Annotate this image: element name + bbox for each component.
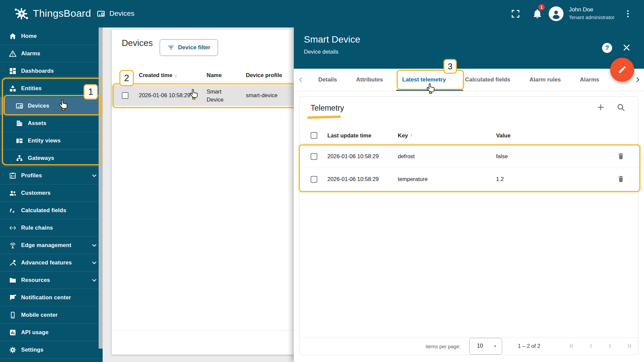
add-telemetry-icon[interactable] — [596, 102, 606, 112]
items-per-page-label: Items per page: — [426, 344, 461, 349]
devices-list-card: Devices Device filter Created time↓ Name… — [112, 29, 300, 355]
sidebar-item-entity-views[interactable]: Entity views — [0, 132, 103, 149]
gateways-icon — [15, 154, 23, 162]
device-filter-button[interactable]: Device filter — [160, 39, 218, 56]
thingsboard-logo-icon — [13, 6, 30, 22]
page-size-value: 10 — [477, 343, 483, 349]
sidebar-item-label: Resources — [21, 277, 50, 283]
api-icon — [9, 328, 17, 337]
page-size-select[interactable]: 10 — [469, 338, 502, 355]
edit-fab-button[interactable] — [610, 58, 634, 82]
next-page-icon[interactable] — [605, 342, 614, 350]
edge-icon — [9, 241, 17, 249]
sidebar-item-label: Home — [21, 33, 37, 39]
avatar[interactable] — [549, 6, 564, 21]
sidebar-item-api-usage[interactable]: API usage — [0, 324, 103, 341]
sidebar-item-profiles[interactable]: Profiles — [0, 167, 103, 184]
tab-calculated-fields[interactable]: Calculated fields — [465, 76, 510, 83]
row-checkbox[interactable] — [311, 153, 317, 160]
tabs-scroll-right-icon[interactable] — [634, 76, 641, 83]
tools-icon — [9, 259, 17, 267]
sidebar-item-label: Edge management — [21, 242, 71, 248]
last-page-icon[interactable] — [624, 342, 633, 350]
sidebar-item-edge-management[interactable]: Edge management — [0, 237, 103, 254]
notification-icon — [9, 294, 17, 302]
devices-pagination-divider — [112, 330, 300, 331]
page-title: Devices — [109, 9, 135, 17]
sidebar-item-mobile-center[interactable]: Mobile center — [0, 306, 103, 324]
settings-icon — [9, 346, 17, 354]
active-tab-indicator — [396, 90, 463, 91]
profiles-icon — [9, 172, 17, 180]
sidebar-item-label: Mobile center — [21, 312, 58, 318]
sidebar-item-entities[interactable]: Entities — [0, 80, 103, 97]
sidebar-item-alarms[interactable]: Alarms — [0, 45, 103, 62]
tabs-scroll-left-icon[interactable] — [297, 76, 305, 83]
person-icon — [550, 8, 562, 19]
search-icon[interactable] — [616, 102, 626, 112]
close-icon[interactable] — [622, 43, 632, 53]
help-icon[interactable]: ? — [602, 43, 612, 53]
fullscreen-icon[interactable] — [511, 9, 521, 19]
trash-icon[interactable] — [617, 152, 625, 160]
column-last-update-time[interactable]: Last update time — [327, 132, 371, 139]
sidebar-item-label: Alarms — [21, 50, 40, 57]
app-name: ThingsBoard — [33, 8, 91, 19]
sidebar-item-notification-center[interactable]: Notification center — [0, 289, 103, 306]
column-value[interactable]: Value — [496, 132, 511, 139]
kebab-menu-icon[interactable] — [623, 9, 633, 18]
sidebar-item-home[interactable]: Home — [0, 27, 103, 45]
sidebar-item-rule-chains[interactable]: Rule chains — [0, 219, 103, 237]
sort-asc-arrow: ↑ — [410, 133, 413, 138]
tab-details[interactable]: Details — [318, 76, 337, 83]
devices-card-title: Devices — [122, 38, 153, 48]
user-name: John Doe — [569, 6, 593, 13]
sidebar-item-security[interactable]: Security — [0, 359, 103, 362]
sidebar-item-settings[interactable]: Settings — [0, 341, 103, 359]
sidebar-item-advanced-features[interactable]: Advanced features — [0, 254, 103, 272]
device-table-row[interactable]: 2026-01-06 10:58:29Smart Devicesmart-dev… — [112, 85, 300, 106]
sidebar-item-label: Advanced features — [21, 259, 72, 266]
telemetry-table-row[interactable]: 2026-01-06 10:58:29temperature1.2 — [300, 168, 638, 191]
select-all-checkbox[interactable] — [122, 72, 128, 79]
row-checkbox[interactable] — [122, 92, 128, 99]
first-page-icon[interactable] — [568, 342, 577, 350]
tab-attributes[interactable]: Attributes — [356, 76, 383, 83]
fx-icon: fx — [9, 206, 17, 215]
devices-breadcrumb-icon — [97, 9, 105, 18]
svg-text:f: f — [10, 207, 12, 213]
sidebar-item-label: Gateways — [28, 155, 54, 161]
column-name[interactable]: Name — [207, 72, 222, 78]
assets-icon — [15, 119, 23, 127]
column-created-time[interactable]: Created time↓ — [139, 72, 177, 78]
sidebar-item-label: Settings — [21, 347, 44, 353]
sidebar-item-label: Devices — [28, 103, 49, 109]
previous-page-icon[interactable] — [587, 342, 595, 350]
folder-icon — [9, 276, 17, 284]
chevron-down-icon — [91, 277, 98, 284]
customers-icon — [9, 189, 17, 197]
sidebar-item-customers[interactable]: Customers — [0, 184, 103, 202]
column-key[interactable]: Key↑ — [398, 132, 413, 139]
sidebar-item-label: API usage — [21, 329, 49, 336]
sidebar-item-label: Customers — [21, 190, 51, 196]
sidebar-item-resources[interactable]: Resources — [0, 272, 103, 289]
sidebar-item-calculated-fields[interactable]: fxCalculated fields — [0, 202, 103, 219]
telemetry-table-row[interactable]: 2026-01-06 10:58:29defrostfalse — [300, 145, 638, 168]
row-checkbox[interactable] — [311, 176, 317, 183]
sidebar-item-assets[interactable]: Assets — [0, 115, 103, 132]
devices-table-header: Created time↓ Name Device profile — [112, 66, 300, 85]
tab-latest-telemetry[interactable]: Latest telemetry — [402, 76, 446, 83]
sidebar-item-gateways[interactable]: Gateways — [0, 149, 103, 167]
tab-alarm-rules[interactable]: Alarm rules — [530, 76, 561, 83]
sidebar-item-dashboards[interactable]: Dashboards — [0, 62, 103, 80]
trash-icon[interactable] — [617, 175, 625, 183]
chevron-up-icon — [91, 85, 98, 92]
sidebar-item-devices[interactable]: Devices — [0, 97, 103, 115]
column-device-profile[interactable]: Device profile — [246, 72, 282, 78]
sidebar-scrollbar[interactable] — [99, 27, 103, 349]
select-all-checkbox[interactable] — [311, 132, 317, 139]
pagination-divider — [300, 337, 638, 338]
tab-alarms[interactable]: Alarms — [580, 76, 599, 83]
svg-text:x: x — [12, 209, 15, 214]
